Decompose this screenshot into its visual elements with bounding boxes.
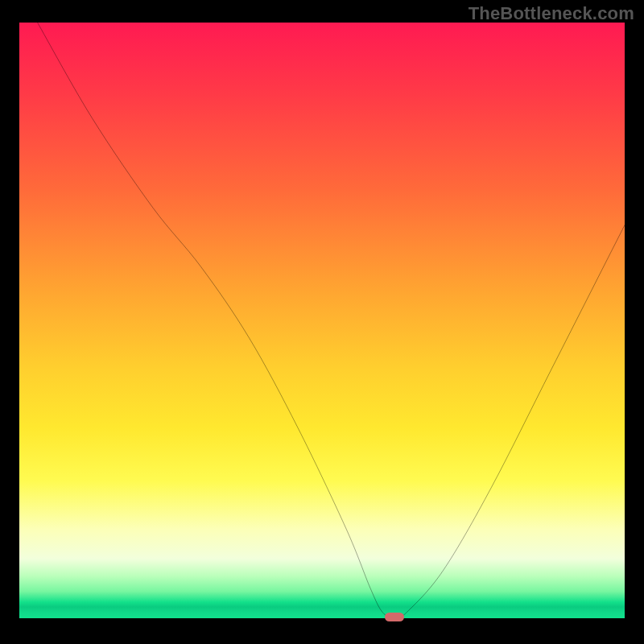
bottleneck-curve [19,23,625,618]
optimal-marker [385,613,404,621]
baseline [19,616,625,618]
watermark-text: TheBottleneck.com [469,3,634,24]
plot-area [19,23,625,618]
chart-frame: TheBottleneck.com [0,0,644,644]
